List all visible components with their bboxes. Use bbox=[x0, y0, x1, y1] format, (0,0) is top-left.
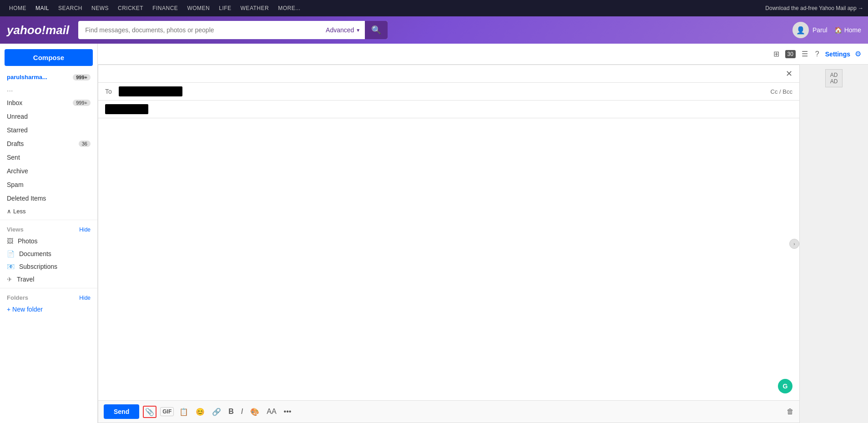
user-profile[interactable]: 👤 Parul bbox=[792, 22, 828, 38]
nav-search[interactable]: SEARCH bbox=[54, 0, 87, 16]
sidebar-item-subscriptions[interactable]: 📧 Subscriptions bbox=[0, 260, 97, 273]
folders-label: Folders bbox=[7, 294, 28, 301]
top-nav: HOME MAIL SEARCH NEWS CRICKET FINANCE WO… bbox=[0, 0, 868, 16]
drafts-badge: 36 bbox=[79, 141, 91, 147]
calendar-icon[interactable]: 30 bbox=[785, 50, 796, 58]
compose-toolbar: Send 📎 GIF 📋 😊 🔗 B I 🎨 AA ••• 🗑 bbox=[98, 400, 799, 423]
search-icon: 🔍 bbox=[371, 25, 381, 35]
photos-icon: 🖼 bbox=[7, 237, 13, 245]
right-area: ⊞ 30 ☰ ? Settings ⚙ ✕ To bbox=[98, 44, 868, 423]
nav-news[interactable]: NEWS bbox=[87, 0, 113, 16]
sidebar-item-spam[interactable]: Spam bbox=[0, 178, 97, 191]
advanced-search-button[interactable]: Advanced ▼ bbox=[321, 26, 365, 34]
home-button[interactable]: 🏠 Home bbox=[834, 26, 861, 34]
sticker-icon[interactable]: 📋 bbox=[177, 406, 190, 418]
nav-cricket[interactable]: CRICKET bbox=[113, 0, 148, 16]
subject-redacted bbox=[105, 104, 148, 114]
content-area: ✕ To Cc / Bcc G bbox=[98, 65, 868, 423]
nav-mail[interactable]: MAIL bbox=[31, 0, 54, 16]
nav-more[interactable]: MORE... bbox=[273, 0, 305, 16]
italic-icon[interactable]: I bbox=[239, 406, 245, 417]
sidebar-item-archive[interactable]: Archive bbox=[0, 164, 97, 178]
attach-icon[interactable]: 📎 bbox=[143, 406, 156, 418]
search-button[interactable]: 🔍 bbox=[365, 21, 388, 39]
new-folder-button[interactable]: + New folder bbox=[0, 303, 97, 316]
sidebar-dots: ... bbox=[0, 84, 97, 96]
main-layout: Compose parulsharma... 999+ ... Inbox 99… bbox=[0, 44, 868, 423]
sidebar: Compose parulsharma... 999+ ... Inbox 99… bbox=[0, 44, 98, 423]
nav-women[interactable]: WOMEN bbox=[182, 0, 214, 16]
nav-life[interactable]: LIFE bbox=[214, 0, 236, 16]
compose-to-row: To Cc / Bcc bbox=[98, 83, 799, 101]
sidebar-divider-2 bbox=[0, 288, 97, 288]
compose-subject-row bbox=[98, 101, 799, 118]
home-label: Home bbox=[844, 26, 861, 34]
yahoo-logo: yahoo!mail bbox=[7, 23, 69, 37]
subscriptions-icon: 📧 bbox=[7, 263, 15, 270]
views-hide-button[interactable]: Hide bbox=[79, 227, 91, 233]
ad-panel: AD AD bbox=[800, 65, 868, 423]
gif-icon[interactable]: GIF bbox=[160, 407, 174, 416]
cc-bcc-button[interactable]: Cc / Bcc bbox=[771, 88, 792, 95]
sidebar-account[interactable]: parulsharma... 999+ bbox=[0, 71, 97, 84]
ad-free-cta[interactable]: Download the ad-free Yahoo Mail app → bbox=[765, 5, 863, 11]
grid-view-icon[interactable]: ⊞ bbox=[772, 48, 781, 60]
documents-icon: 📄 bbox=[7, 250, 15, 257]
settings-link[interactable]: Settings bbox=[825, 50, 850, 58]
sidebar-item-unread[interactable]: Unread bbox=[0, 110, 97, 123]
more-options-icon[interactable]: ••• bbox=[282, 406, 293, 417]
views-section-header: Views Hide bbox=[0, 222, 97, 235]
help-icon[interactable]: ? bbox=[814, 49, 821, 60]
account-badge: 999+ bbox=[73, 74, 91, 81]
sidebar-item-inbox[interactable]: Inbox 999+ bbox=[0, 96, 97, 110]
list-view-icon[interactable]: ☰ bbox=[800, 48, 809, 60]
chevron-up-icon: ∧ bbox=[7, 208, 11, 215]
sidebar-item-deleted[interactable]: Deleted Items bbox=[0, 191, 97, 205]
views-label: Views bbox=[7, 226, 24, 233]
emoji-icon[interactable]: 😊 bbox=[194, 406, 207, 418]
bold-icon[interactable]: B bbox=[227, 406, 236, 417]
inbox-badge: 999+ bbox=[73, 100, 91, 106]
travel-icon: ✈ bbox=[7, 276, 12, 283]
sidebar-divider bbox=[0, 220, 97, 220]
compose-header: ✕ bbox=[98, 65, 799, 83]
settings-gear-icon[interactable]: ⚙ bbox=[855, 50, 861, 58]
link-icon[interactable]: 🔗 bbox=[210, 406, 223, 418]
send-button[interactable]: Send bbox=[104, 404, 139, 419]
grammarly-icon[interactable]: G bbox=[778, 379, 792, 393]
ad-label: AD AD bbox=[825, 69, 843, 87]
to-address-redacted bbox=[119, 86, 182, 96]
compose-panel: ✕ To Cc / Bcc G bbox=[98, 65, 800, 423]
compose-body[interactable]: G bbox=[98, 118, 799, 400]
search-input[interactable] bbox=[78, 26, 321, 34]
compose-button[interactable]: Compose bbox=[5, 49, 93, 66]
delete-icon[interactable]: 🗑 bbox=[787, 408, 794, 416]
header-bar: yahoo!mail Advanced ▼ 🔍 👤 Parul 🏠 Home bbox=[0, 16, 868, 44]
folders-header: Folders Hide bbox=[0, 291, 97, 303]
nav-home[interactable]: HOME bbox=[5, 0, 31, 16]
sidebar-item-sent[interactable]: Sent bbox=[0, 151, 97, 164]
color-icon[interactable]: 🎨 bbox=[248, 406, 261, 418]
font-size-icon[interactable]: AA bbox=[265, 406, 278, 417]
avatar: 👤 bbox=[792, 22, 809, 38]
panel-collapse-button[interactable]: › bbox=[789, 239, 799, 249]
search-bar: Advanced ▼ 🔍 bbox=[78, 21, 388, 39]
sidebar-item-photos[interactable]: 🖼 Photos bbox=[0, 235, 97, 247]
folders-hide-button[interactable]: Hide bbox=[79, 295, 91, 301]
compose-close-button[interactable]: ✕ bbox=[786, 69, 792, 79]
home-icon: 🏠 bbox=[834, 26, 842, 34]
to-input-container bbox=[119, 86, 771, 96]
account-name: parulsharma... bbox=[7, 74, 47, 81]
user-name: Parul bbox=[812, 26, 828, 34]
to-label: To bbox=[105, 88, 114, 95]
sidebar-item-documents[interactable]: 📄 Documents bbox=[0, 247, 97, 260]
sidebar-item-drafts[interactable]: Drafts 36 bbox=[0, 137, 97, 151]
toolbar: ⊞ 30 ☰ ? Settings ⚙ bbox=[98, 44, 868, 65]
nav-weather[interactable]: WEATHER bbox=[236, 0, 274, 16]
chevron-down-icon: ▼ bbox=[356, 28, 360, 33]
less-toggle[interactable]: ∧ Less bbox=[0, 205, 97, 217]
sidebar-item-starred[interactable]: Starred bbox=[0, 123, 97, 137]
sidebar-item-travel[interactable]: ✈ Travel bbox=[0, 273, 97, 286]
nav-finance[interactable]: FINANCE bbox=[148, 0, 182, 16]
header-right: 👤 Parul 🏠 Home bbox=[792, 22, 861, 38]
